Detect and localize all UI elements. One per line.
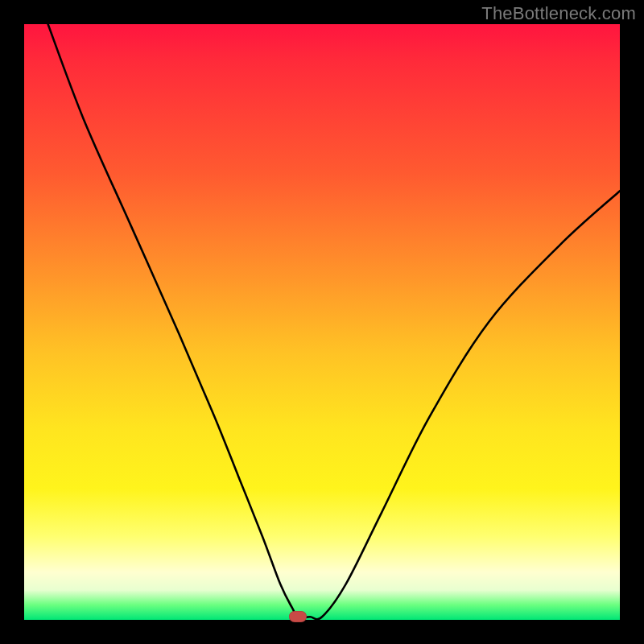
minimum-marker [289, 611, 307, 622]
bottleneck-curve [24, 24, 620, 620]
chart-frame: TheBottleneck.com [0, 0, 644, 644]
plot-area [24, 24, 620, 620]
watermark-text: TheBottleneck.com [481, 3, 636, 24]
